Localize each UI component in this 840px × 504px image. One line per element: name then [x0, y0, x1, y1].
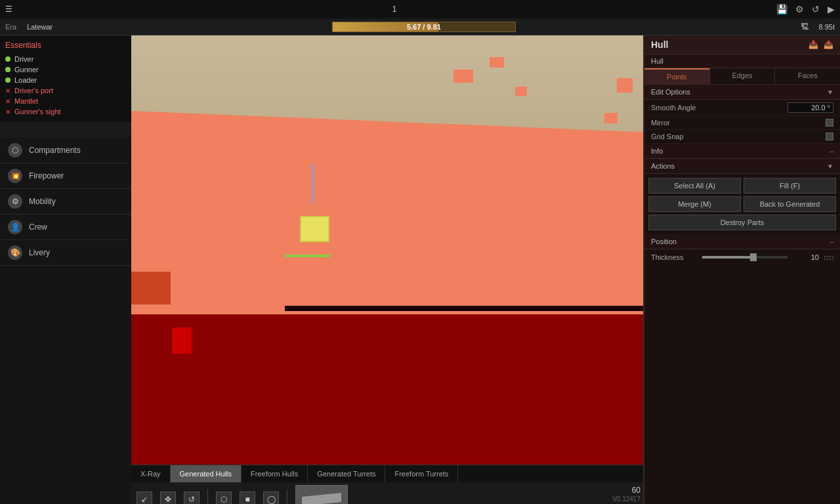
actions-arrow: ▼ — [827, 163, 833, 170]
crew-status-loader — [5, 77, 10, 83]
sidebar-item-mobility[interactable]: ⚙ Mobility — [0, 189, 131, 215]
essentials-title[interactable]: Essentials — [5, 41, 126, 50]
tab-xray[interactable]: X-Ray — [131, 465, 171, 482]
compartments-icon: ⬡ — [8, 143, 22, 158]
settings-icon[interactable]: ⚙ — [795, 4, 804, 14]
sidebar-label-mobility: Mobility — [29, 197, 56, 206]
crew-name-mantlet: Mantlet — [14, 97, 38, 105]
tool-box-icon[interactable]: ■ — [240, 492, 255, 504]
edit-options-header[interactable]: Edit Options ▼ — [644, 85, 840, 100]
firepower-icon: 💥 — [8, 169, 22, 183]
left-sidebar: ⬡ Compartments 💥 Firepower ⚙ Mobility 👤 … — [0, 138, 131, 504]
select-all-button[interactable]: Select All (A) — [648, 178, 741, 194]
info-header[interactable]: Info – — [644, 144, 840, 159]
tab-faces[interactable]: Faces — [775, 68, 840, 84]
tab-points[interactable]: Points — [644, 68, 710, 84]
position-title: Position — [651, 238, 677, 245]
version-label: V0.12417 — [612, 495, 640, 503]
sidebar-item-crew[interactable]: 👤 Crew — [0, 215, 131, 240]
weight-bar: 5.67 / 9.81 — [332, 22, 516, 32]
mirror-label: Mirror — [651, 119, 670, 127]
crew-item-gunners-sight: ✕ Gunner's sight — [5, 106, 126, 117]
viewport[interactable] — [131, 35, 643, 465]
position-arrow: – — [830, 238, 833, 245]
sidebar-item-firepower[interactable]: 💥 Firepower — [0, 163, 131, 189]
panel-title: Hull — [651, 39, 668, 50]
sidebar-label-compartments: Compartments — [29, 146, 81, 155]
refresh-icon[interactable]: ↺ — [812, 4, 820, 14]
era-label: Era — [5, 23, 16, 31]
center-number: 1 — [392, 5, 397, 14]
block-left-2 — [131, 272, 171, 304]
position-header[interactable]: Position – — [644, 234, 840, 249]
crew-status-driver — [5, 56, 10, 62]
tool-mesh-icon[interactable]: ⬡ — [216, 492, 232, 504]
hull-stripe — [285, 306, 643, 311]
panel-header-icons: 📥 📤 — [808, 40, 833, 49]
sidebar-item-livery[interactable]: 🎨 Livery — [0, 240, 131, 266]
crew-item-drivers-port: ✕ Driver's port — [5, 85, 126, 96]
thickness-icons: □ □ — [824, 254, 833, 261]
tool-move-icon[interactable]: ↙ — [136, 492, 152, 504]
crew-name-driver: Driver — [14, 55, 33, 63]
thickness-slider[interactable] — [702, 256, 788, 259]
tool-rotate-icon[interactable]: ↺ — [184, 492, 200, 504]
crew-item-mantlet: ✕ Mantlet — [5, 96, 126, 106]
tab-freeform-turrets[interactable]: Freeform Turrets — [385, 465, 458, 482]
tab-bar: X-Ray Generated Hulls Freeform Hulls Gen… — [131, 465, 643, 482]
merge-button[interactable]: Merge (M) — [648, 196, 741, 212]
tab-edges[interactable]: Edges — [710, 68, 776, 84]
sidebar-label-firepower: Firepower — [29, 171, 64, 180]
export-icon[interactable]: 📤 — [824, 40, 833, 49]
thickness-label: Thickness — [651, 253, 697, 261]
gizmo-right — [285, 255, 331, 257]
smooth-angle-input[interactable] — [788, 102, 833, 113]
mobility-icon: ⚙ — [8, 194, 22, 209]
thickness-slider-thumb — [750, 253, 757, 261]
divider2 — [287, 490, 287, 504]
right-panel-header: Hull 📥 📤 — [644, 35, 840, 54]
gizmo-up — [312, 164, 314, 203]
crew-name-gunners-sight: Gunner's sight — [14, 108, 61, 116]
block-4 — [617, 78, 633, 93]
crew-item-gunner: Gunner — [5, 64, 126, 75]
weight-bar-text: 5.67 / 9.81 — [333, 22, 515, 32]
info-title: Info — [651, 147, 663, 155]
save-icon[interactable]: 💾 — [776, 4, 788, 14]
crew-status-mantlet: ✕ — [5, 98, 10, 104]
fill-button[interactable]: Fill (F) — [744, 178, 836, 194]
action-buttons-grid: Select All (A) Fill (F) Merge (M) Back t… — [644, 174, 840, 234]
selected-block — [300, 216, 329, 242]
import-icon[interactable]: 📥 — [808, 40, 818, 49]
crew-name-gunner: Gunner — [14, 66, 39, 74]
tab-freeform-hulls[interactable]: Freeform Hulls — [242, 465, 308, 482]
destroy-parts-button[interactable]: Destroy Parts — [648, 215, 836, 230]
weight-bar-container: 5.67 / 9.81 — [63, 22, 784, 32]
grid-snap-checkbox[interactable] — [826, 133, 833, 140]
hull-preview-thumbnail[interactable] — [295, 485, 348, 504]
second-bar: Era Latewar 5.67 / 9.81 🏗 8.95t — [0, 18, 840, 35]
bottom-tabs: X-Ray Generated Hulls Freeform Hulls Gen… — [131, 465, 643, 504]
tab-content: ↙ ✥ ↺ ⬡ ■ ◯ — [131, 482, 643, 504]
fps-counter: 60 — [632, 486, 640, 495]
actions-header[interactable]: Actions ▼ — [644, 159, 840, 174]
edit-options-arrow: ▼ — [827, 89, 833, 96]
mirror-checkbox[interactable] — [826, 119, 833, 127]
grid-snap-label: Grid Snap — [651, 133, 684, 140]
weight-truck-icon: 🏗 — [801, 22, 808, 32]
info-arrow: – — [830, 148, 833, 155]
back-to-generated-button[interactable]: Back to Generated — [744, 196, 836, 212]
tool-circle-icon[interactable]: ◯ — [263, 492, 279, 504]
sidebar-item-compartments[interactable]: ⬡ Compartments — [0, 138, 131, 163]
era-value: Latewar — [27, 23, 52, 31]
crew-icon: 👤 — [8, 220, 22, 234]
tab-generated-turrets[interactable]: Generated Turrets — [308, 465, 385, 482]
tab-generated-hulls[interactable]: Generated Hulls — [171, 465, 242, 482]
top-bar: ☰ 1 💾 ⚙ ↺ ▶ — [0, 0, 840, 18]
divider — [207, 490, 208, 504]
tool-grab-icon[interactable]: ✥ — [160, 492, 176, 504]
hamburger-icon[interactable]: ☰ — [5, 5, 12, 14]
thickness-icon-1: □ — [824, 254, 828, 261]
crew-item-loader: Loader — [5, 75, 126, 85]
play-button[interactable]: ▶ — [828, 4, 835, 14]
